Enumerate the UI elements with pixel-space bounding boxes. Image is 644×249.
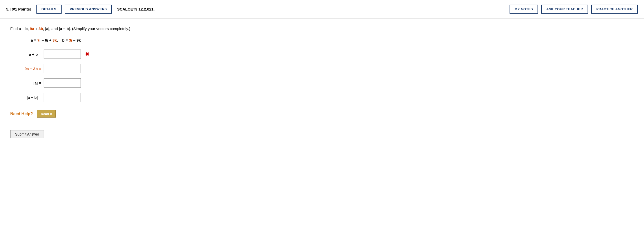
practice-another-button[interactable]: PRACTICE ANOTHER [591,5,638,14]
right-buttons: MY NOTES ASK YOUR TEACHER PRACTICE ANOTH… [510,5,638,14]
wrong-icon-a-plus-b: ✖ [85,51,89,57]
label-a-plus-b: a + b = [10,52,41,56]
submit-row: Submit Answer [10,126,634,138]
input-row-9a-plus-3b: 9a + 3b = [10,64,634,73]
details-button[interactable]: DETAILS [36,5,62,14]
input-row-abs-a-minus-b: |a − b| = [10,93,634,102]
input-row-a-plus-b: a + b = ✖ [10,50,634,59]
label-abs-a-minus-b: |a − b| = [10,95,41,100]
label-9a-plus-3b: 9a + 3b = [10,66,41,71]
my-notes-button[interactable]: MY NOTES [510,5,538,14]
problem-statement: Find a + b, 9a + 3b, |a|, and |a − b|. (… [10,26,634,32]
submit-answer-button[interactable]: Submit Answer [10,130,44,138]
source-label: SCALCET9 12.2.021. [117,7,154,11]
ask-teacher-button[interactable]: ASK YOUR TEACHER [541,5,588,14]
read-it-button[interactable]: Read It [37,110,56,118]
label-abs-a: |a| = [10,81,41,85]
content-area: Find a + b, 9a + 3b, |a|, and |a − b|. (… [0,18,644,149]
problem-number: 5. [0/1 Points] [6,7,31,11]
need-help-text: Need Help? [10,112,33,116]
answer-input-a-plus-b[interactable] [44,50,81,59]
previous-answers-button[interactable]: PREVIOUS ANSWERS [65,5,112,14]
header-bar: 5. [0/1 Points] DETAILS PREVIOUS ANSWERS… [0,0,644,18]
answer-input-abs-a-minus-b[interactable] [44,93,81,102]
input-row-abs-a: |a| = [10,78,634,88]
answer-input-abs-a[interactable] [44,78,81,88]
need-help-row: Need Help? Read It [10,110,634,118]
vector-definition: a = 7i − 6j + 3k, b = 3i − 9k [31,38,634,42]
answer-input-9a-plus-3b[interactable] [44,64,81,73]
